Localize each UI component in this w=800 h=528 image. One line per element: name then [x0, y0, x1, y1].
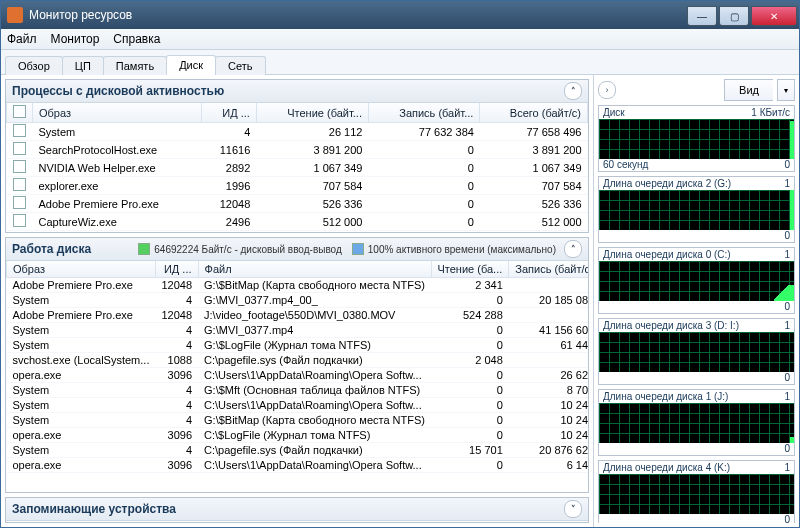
chart-min: 0: [784, 301, 790, 312]
chart-area: [599, 190, 794, 230]
chart-min: 0: [784, 443, 790, 454]
chart-min: 0: [784, 514, 790, 523]
chart-area: [599, 474, 794, 514]
charts-toolbar: › Вид ▾: [598, 79, 795, 101]
table-row[interactable]: svchost.exe (LocalSystem...1088C:\pagefi…: [7, 353, 589, 368]
col-read[interactable]: Чтение (байт...: [256, 103, 368, 123]
table-row[interactable]: NVIDIA Web Helper.exe28921 067 34901 067…: [7, 159, 588, 177]
chart-area: [599, 403, 794, 443]
col-write[interactable]: Запись (байт...: [368, 103, 479, 123]
close-button[interactable]: ✕: [751, 6, 797, 26]
checkbox[interactable]: [13, 160, 26, 173]
checkbox[interactable]: [13, 124, 26, 137]
table-row[interactable]: opera.exe3096C:\Users\1\AppData\Roaming\…: [7, 368, 589, 383]
menu-help[interactable]: Справка: [113, 32, 160, 46]
chart: Длина очереди диска 0 (C:)10: [598, 247, 795, 314]
tab-network[interactable]: Сеть: [215, 56, 265, 75]
swatch-blue-icon: [352, 243, 364, 255]
table-row[interactable]: Adobe Premiere Pro.exe12048526 3360526 3…: [7, 195, 588, 213]
col-read[interactable]: Чтение (ба...: [431, 261, 509, 278]
chart-area: [599, 332, 794, 372]
disk-activity-panel: Работа диска 64692224 Байт/с - дисковый …: [5, 237, 589, 493]
col-image[interactable]: Образ: [7, 261, 156, 278]
chart-max: 1 КБит/с: [751, 107, 790, 118]
checkbox[interactable]: [13, 142, 26, 155]
checkbox[interactable]: [13, 178, 26, 191]
chevron-right-icon[interactable]: ›: [598, 81, 616, 99]
tab-cpu[interactable]: ЦП: [62, 56, 104, 75]
tab-overview[interactable]: Обзор: [5, 56, 63, 75]
charts-container[interactable]: Диск1 КБит/с60 секунд0Длина очереди диск…: [598, 105, 795, 523]
chevron-down-icon[interactable]: ˅: [564, 500, 582, 518]
minimize-button[interactable]: —: [687, 6, 717, 26]
table-row[interactable]: Adobe Premiere Pro.exe12048G:\$BitMap (К…: [7, 278, 589, 293]
processes-panel: Процессы с дисковой активностью ˄ Образ …: [5, 79, 589, 233]
titlebar[interactable]: Монитор ресурсов — ▢ ✕: [1, 1, 799, 29]
disk-activity-title: Работа диска: [12, 242, 91, 256]
tabstrip: Обзор ЦП Память Диск Сеть: [1, 50, 799, 75]
chart-title: Длина очереди диска 1 (J:): [603, 391, 728, 402]
col-write[interactable]: Запись (байт/с): [509, 261, 588, 278]
chart-area: [599, 119, 794, 159]
table-row[interactable]: opera.exe3096C:\Users\1\AppData\Roaming\…: [7, 458, 589, 473]
table-row[interactable]: opera.exe3096043 00843 008: [7, 231, 588, 233]
tab-memory[interactable]: Память: [103, 56, 167, 75]
table-row[interactable]: System4G:\MVI_0377.mp4_00_020 185 08820 …: [7, 293, 589, 308]
table-row[interactable]: System4C:\Users\1\AppData\Roaming\Opera …: [7, 398, 589, 413]
chart: Длина очереди диска 2 (G:)10: [598, 176, 795, 243]
col-file[interactable]: Файл: [198, 261, 431, 278]
disk-activity-grid[interactable]: Образ ИД ... Файл Чтение (ба... Запись (…: [6, 261, 588, 492]
tab-disk[interactable]: Диск: [166, 55, 216, 75]
menubar: Файл Монитор Справка: [1, 29, 799, 50]
window-title: Монитор ресурсов: [29, 8, 685, 22]
checkbox[interactable]: [13, 214, 26, 227]
storage-title: Запоминающие устройства: [12, 502, 176, 516]
chart-xlabel: 60 секунд: [603, 159, 648, 170]
chart-title: Длина очереди диска 0 (C:): [603, 249, 731, 260]
menu-file[interactable]: Файл: [7, 32, 37, 46]
processes-grid[interactable]: Образ ИД ... Чтение (байт... Запись (бай…: [6, 103, 588, 232]
checkbox[interactable]: [13, 196, 26, 209]
chart-min: 0: [784, 230, 790, 241]
view-button[interactable]: Вид: [724, 79, 773, 101]
menu-monitor[interactable]: Монитор: [51, 32, 100, 46]
processes-title: Процессы с дисковой активностью: [12, 84, 224, 98]
table-row[interactable]: System4G:\MVI_0377.mp4041 156 60841 1...…: [7, 323, 589, 338]
table-row[interactable]: Adobe Premiere Pro.exe12048J:\video_foot…: [7, 308, 589, 323]
col-pid[interactable]: ИД ...: [155, 261, 198, 278]
chart: Диск1 КБит/с60 секунд0: [598, 105, 795, 172]
table-row[interactable]: CaptureWiz.exe2496512 0000512 000: [7, 213, 588, 231]
chart-max: 1: [784, 178, 790, 189]
chart: Длина очереди диска 1 (J:)10: [598, 389, 795, 456]
col-total[interactable]: Всего (байт/с): [480, 103, 588, 123]
view-dropdown[interactable]: ▾: [777, 79, 795, 101]
table-row[interactable]: System4G:\$BitMap (Карта свободного мест…: [7, 413, 589, 428]
chart-title: Длина очереди диска 3 (D: I:): [603, 320, 739, 331]
table-row[interactable]: explorer.exe1996707 5840707 584: [7, 177, 588, 195]
chart: Длина очереди диска 4 (K:)10: [598, 460, 795, 523]
chart-title: Диск: [603, 107, 625, 118]
chevron-up-icon[interactable]: ˄: [564, 82, 582, 100]
chevron-up-icon[interactable]: ˄: [564, 240, 582, 258]
table-row[interactable]: System4G:\$Mft (Основная таблица файлов …: [7, 383, 589, 398]
app-window: Монитор ресурсов — ▢ ✕ Файл Монитор Спра…: [0, 0, 800, 528]
chart-min: 0: [784, 372, 790, 383]
chart-title: Длина очереди диска 4 (K:): [603, 462, 730, 473]
chart-max: 1: [784, 320, 790, 331]
disk-activity-header[interactable]: Работа диска 64692224 Байт/с - дисковый …: [6, 238, 588, 261]
col-image[interactable]: Образ: [33, 103, 202, 123]
table-row[interactable]: opera.exe3096C:\$LogFile (Журнал тома NT…: [7, 428, 589, 443]
table-row[interactable]: System4C:\pagefile.sys (Файл подкачки)15…: [7, 443, 589, 458]
chart-max: 1: [784, 249, 790, 260]
swatch-green-icon: [138, 243, 150, 255]
table-row[interactable]: SearchProtocolHost.exe116163 891 20003 8…: [7, 141, 588, 159]
table-row[interactable]: System4G:\$LogFile (Журнал тома NTFS)061…: [7, 338, 589, 353]
table-row[interactable]: System426 11277 632 38477 658 496: [7, 123, 588, 141]
processes-header[interactable]: Процессы с дисковой активностью ˄: [6, 80, 588, 103]
checkbox-all[interactable]: [13, 105, 26, 118]
legend-io: 64692224 Байт/с - дисковый ввод-вывод: [154, 244, 341, 255]
col-pid[interactable]: ИД ...: [202, 103, 256, 123]
maximize-button[interactable]: ▢: [719, 6, 749, 26]
storage-header[interactable]: Запоминающие устройства ˅: [6, 498, 588, 521]
chart-max: 1: [784, 462, 790, 473]
